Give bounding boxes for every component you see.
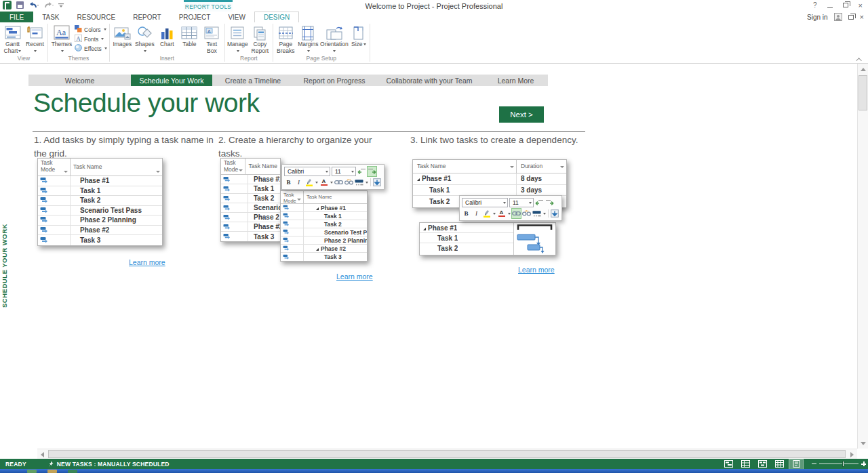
vertical-scrollbar[interactable] [857,64,868,449]
font-name-select[interactable]: Calibri [462,198,508,207]
font-name-select[interactable]: Calibri [284,167,330,176]
scroll-up-icon[interactable] [858,64,868,75]
column-header-task-mode[interactable]: Task Mode [38,159,71,176]
learn-more-link-2[interactable]: Learn more [336,272,373,281]
font-color-icon[interactable]: A [319,178,328,187]
horizontal-scroll-thumb[interactable] [48,450,846,458]
customize-qat-icon[interactable] [58,2,64,8]
manage-button[interactable]: Manage [227,24,248,54]
sign-in-link[interactable]: Sign in [807,14,828,21]
fonts-icon: A [75,35,82,43]
scroll-right-icon[interactable] [847,449,857,459]
task-usage-view-button[interactable] [738,459,752,469]
indent-icon[interactable] [368,167,376,176]
page-breaks-button[interactable]: Page Breaks [275,24,296,54]
column-header-task-name[interactable]: Task Name [304,191,367,203]
scroll-down-icon[interactable] [858,438,868,449]
scroll-to-task-icon[interactable] [373,178,382,187]
restore-icon[interactable] [843,3,848,7]
zoom-slider[interactable] [812,461,866,466]
highlight-color-icon[interactable] [304,178,313,187]
shapes-button[interactable]: Shapes [134,24,155,54]
learn-more-link-1[interactable]: Learn more [129,258,165,266]
effects-button[interactable]: Effects [75,44,107,53]
italic-button[interactable]: I [294,178,303,187]
font-size-select[interactable]: 11 [332,167,356,176]
minimize-icon[interactable] [827,3,833,8]
font-color-icon[interactable]: A [497,209,506,218]
percent-complete-icon[interactable] [355,178,363,187]
chart-button[interactable]: Chart [157,24,178,48]
learn-more-link-3[interactable]: Learn more [518,266,555,274]
vertical-scroll-thumb[interactable] [859,75,867,110]
highlight-color-icon[interactable] [482,209,491,218]
tab-resource[interactable]: RESOURCE [68,12,125,22]
scroll-to-task-icon[interactable] [551,209,559,218]
bold-button[interactable]: B [284,178,293,187]
nav-tab-create-a-timeline[interactable]: Create a Timeline [212,75,294,86]
tab-file[interactable]: FILE [0,12,33,22]
nav-tab-report-on-progress[interactable]: Report on Progress [294,75,375,86]
close-ribbon-icon[interactable]: × [860,14,864,20]
save-icon[interactable] [16,1,24,9]
copy-report-button[interactable]: Copy Report [250,24,271,54]
copy-report-icon [252,24,267,41]
tab-project[interactable]: PROJECT [170,12,220,22]
nav-tab-collaborate[interactable]: Collaborate with your Team [375,75,484,86]
ribbon-display-options-icon[interactable] [848,15,854,20]
scroll-left-icon[interactable] [37,449,47,459]
undo-icon[interactable] [28,1,39,9]
outdent-icon[interactable] [535,198,544,207]
bold-button[interactable]: B [462,209,471,218]
colors-button[interactable]: Colors [75,25,107,34]
tab-task[interactable]: TASK [33,12,68,22]
gantt-chart-button[interactable]: Gantt Chart [2,24,23,54]
zoom-thumb[interactable] [842,461,844,467]
avatar[interactable] [834,13,842,21]
new-tasks-mode[interactable]: NEW TASKS : MANUALLY SCHEDULED [48,461,170,468]
percent-complete-icon[interactable] [532,209,541,218]
margins-button[interactable]: Margins [298,24,319,54]
next-button[interactable]: Next > [499,106,544,123]
team-planner-view-button[interactable] [755,459,769,469]
link-tasks-icon[interactable] [512,209,521,218]
tab-design-active[interactable]: DESIGN [254,12,299,22]
nav-tab-welcome[interactable]: Welcome [28,75,131,86]
table-button[interactable]: Table [179,24,200,48]
themes-button[interactable]: Aa Themes [50,24,73,54]
group-label-report: Report [227,55,271,63]
italic-button[interactable]: I [472,209,481,218]
redo-icon[interactable] [43,1,54,9]
column-header-task-mode[interactable]: Task Mode [281,191,304,203]
unlink-tasks-icon[interactable] [522,209,531,218]
close-icon[interactable]: × [859,3,863,8]
link-tasks-icon[interactable] [334,178,343,187]
collapse-ribbon-icon[interactable] [854,56,865,63]
table-row: Scenario Test Pass [281,228,367,236]
column-header-duration[interactable]: Duration [516,160,566,173]
report-view-button[interactable] [789,459,803,469]
horizontal-scrollbar[interactable] [37,449,857,459]
nav-tab-schedule-your-work[interactable]: Schedule Your Work [131,75,212,86]
orientation-button[interactable]: Orientation [320,24,349,54]
unlink-tasks-icon[interactable] [344,178,353,187]
indent-icon[interactable] [545,198,554,207]
images-button[interactable]: Images [112,24,133,48]
zoom-out-icon[interactable] [812,464,816,465]
fonts-button[interactable]: A Fonts [75,35,107,43]
column-header-task-name[interactable]: Task Name [413,160,516,173]
text-box-button[interactable]: A Text Box [201,24,222,54]
tab-view[interactable]: VIEW [219,12,254,22]
column-header-task-name[interactable]: Task Name [71,159,162,176]
zoom-in-icon[interactable] [861,461,866,466]
sheet-view-button[interactable] [772,459,786,469]
ribbon-group-page-setup: Page Breaks Margins Orientation Size Pag… [273,22,370,63]
nav-tab-learn-more[interactable]: Learn More [484,75,548,86]
tab-report[interactable]: REPORT [124,12,170,22]
gantt-view-button[interactable] [722,459,735,469]
font-size-select[interactable]: 11 [509,198,534,207]
size-button[interactable]: Size [350,24,368,48]
help-icon[interactable]: ? [813,1,817,9]
outdent-icon[interactable] [357,167,366,176]
recent-button[interactable]: Recent [24,24,45,54]
